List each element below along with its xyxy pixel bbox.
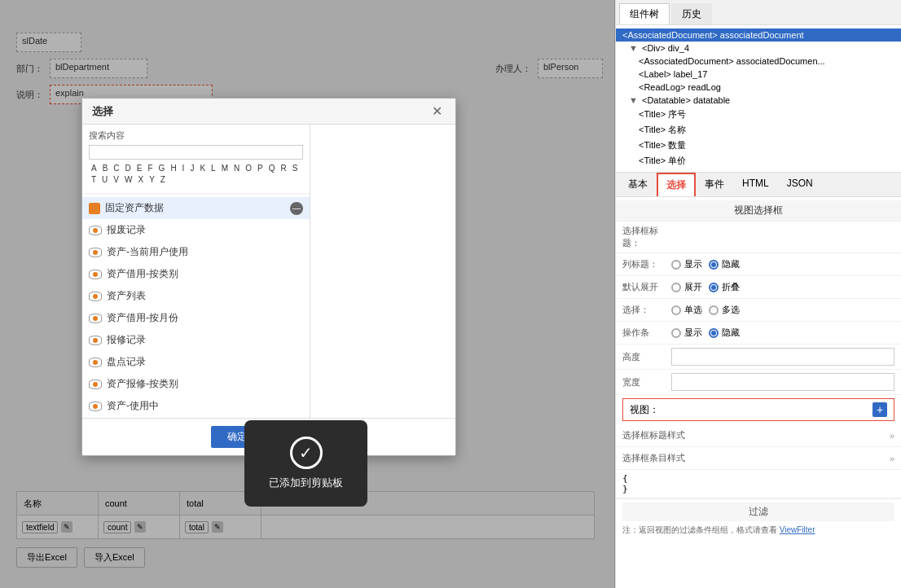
prop-tab-json[interactable]: JSON — [778, 173, 822, 196]
filter-link[interactable]: ViewFilter — [780, 525, 815, 534]
tree-item-datatable[interactable]: ▼ <Datatable> datatable — [616, 94, 901, 107]
modal-list: 固定资产数据 — 报废记录 资产-当前用户使用 资产借用-按类别 资 — [82, 194, 310, 418]
list-item-current[interactable]: 资产-当前用户使用 — [82, 241, 310, 263]
alpha-J[interactable]: J — [187, 163, 196, 173]
properties-area: 视图选择框 选择框标题： 列标题： 显示 隐藏 默认展开 — [616, 197, 901, 588]
tree-item-title4[interactable]: <Title> 单价 — [616, 153, 901, 169]
alpha-K[interactable]: K — [197, 163, 208, 173]
alpha-I[interactable]: I — [180, 163, 187, 173]
expand-arrow-style: » — [890, 431, 894, 441]
tab-component-tree[interactable]: 组件树 — [619, 3, 670, 24]
eye-icon-repair — [89, 336, 102, 345]
toast-text: 已添加到剪贴板 — [269, 476, 343, 490]
list-item-borrow-cat[interactable]: 资产借用-按类别 — [82, 263, 310, 285]
alpha-Z[interactable]: Z — [158, 174, 168, 185]
alpha-U[interactable]: U — [99, 174, 110, 185]
radio-multi[interactable]: 多选 — [709, 304, 740, 316]
radio-single-dot — [671, 305, 681, 315]
list-title-controls: 显示 隐藏 — [671, 258, 894, 270]
radio-show[interactable]: 显示 — [671, 258, 702, 270]
list-item-inventory[interactable]: 盘点记录 — [82, 351, 310, 373]
radio-opbar-show[interactable]: 显示 — [671, 327, 702, 339]
tree-item-label17[interactable]: <Label> label_17 — [616, 68, 901, 81]
modal-right-panel — [310, 125, 455, 418]
list-item-borrow-month[interactable]: 资产借用-按月份 — [82, 307, 310, 329]
prop-row-width: 宽度 — [616, 370, 901, 395]
select-title-style-label: 选择框标题样式 — [622, 429, 685, 441]
list-item-list[interactable]: 资产列表 — [82, 285, 310, 307]
list-item-borrow-rec[interactable]: 借用记录 — [82, 417, 310, 418]
opbar-controls: 显示 隐藏 — [671, 327, 894, 339]
alpha-W[interactable]: W — [122, 174, 134, 185]
alpha-R[interactable]: R — [278, 163, 288, 173]
radio-show-dot — [671, 260, 681, 270]
alpha-P[interactable]: P — [255, 163, 266, 173]
radio-hide[interactable]: 隐藏 — [709, 258, 740, 270]
prop-tab-event[interactable]: 事件 — [696, 173, 733, 196]
prop-tab-basic[interactable]: 基本 — [619, 173, 657, 196]
modal-close-button[interactable]: ✕ — [429, 103, 446, 119]
select-item-style-label: 选择框条目样式 — [622, 452, 685, 464]
prop-tab-select[interactable]: 选择 — [657, 173, 696, 196]
alpha-Y[interactable]: Y — [147, 174, 157, 185]
radio-multi-dot — [709, 305, 719, 315]
alpha-D[interactable]: D — [123, 163, 134, 173]
alpha-V[interactable]: V — [111, 174, 121, 185]
alpha-F[interactable]: F — [145, 163, 155, 173]
radio-single[interactable]: 单选 — [671, 304, 702, 316]
tree-item-div4[interactable]: ▼ <Div> div_4 — [616, 42, 901, 55]
tab-history[interactable]: 历史 — [671, 3, 712, 24]
radio-opbar-show-label: 显示 — [684, 327, 702, 339]
tree-item-title3[interactable]: <Title> 数量 — [616, 138, 901, 153]
alpha-H[interactable]: H — [168, 163, 178, 173]
radio-single-label: 单选 — [684, 304, 702, 316]
list-item-repair-cat[interactable]: 资产报修-按类别 — [82, 373, 310, 395]
alpha-S[interactable]: S — [290, 163, 301, 173]
item-label-in-use: 资产-使用中 — [107, 399, 159, 413]
radio-collapse[interactable]: 折叠 — [709, 281, 740, 293]
alpha-E[interactable]: E — [134, 163, 145, 173]
tree-item-title1[interactable]: <Title> 序号 — [616, 107, 901, 122]
alpha-C[interactable]: C — [111, 163, 121, 173]
width-input[interactable] — [671, 373, 894, 391]
tree-item-assoc2[interactable]: <AssociatedDocument> associatedDocumen..… — [616, 55, 901, 68]
list-item-in-use[interactable]: 资产-使用中 — [82, 395, 310, 417]
alphabet-row: A B C D E F G H I J K L M N O P Q — [89, 163, 303, 185]
eye-icon-list — [89, 292, 102, 301]
radio-show-label: 显示 — [684, 258, 702, 270]
filter-note: 注：返回视图的过滤条件组组，格式请查看 ViewFilter — [622, 524, 894, 536]
expand-label: 默认展开 — [622, 281, 671, 293]
eye-icon-borrow-cat — [89, 270, 102, 279]
view-add-button[interactable]: + — [872, 402, 887, 417]
alpha-M[interactable]: M — [219, 163, 231, 173]
tree-item-assoc1[interactable]: <AssociatedDocument> associatedDocument — [616, 29, 901, 42]
alpha-O[interactable]: O — [243, 163, 254, 173]
alpha-G[interactable]: G — [156, 163, 168, 173]
tree-item-readlog[interactable]: <ReadLog> readLog — [616, 81, 901, 94]
item-label-list: 资产列表 — [107, 289, 146, 303]
item-label-borrow-cat: 资产借用-按类别 — [107, 267, 178, 281]
modal-title: 选择 — [92, 104, 113, 119]
height-input[interactable] — [671, 348, 894, 366]
alpha-A[interactable]: A — [89, 163, 99, 173]
toast-check-icon: ✓ — [290, 437, 323, 469]
alpha-L[interactable]: L — [209, 163, 218, 173]
radio-expand[interactable]: 展开 — [671, 281, 702, 293]
tree-item-title2[interactable]: <Title> 名称 — [616, 122, 901, 138]
table-icon-fixed — [89, 203, 100, 214]
section-title: 视图选择框 — [616, 200, 901, 222]
alpha-T[interactable]: T — [89, 174, 99, 185]
prop-tab-html[interactable]: HTML — [733, 173, 778, 196]
alpha-N[interactable]: N — [231, 163, 242, 173]
search-input[interactable] — [89, 145, 303, 160]
modal-dialog: 选择 ✕ 搜索内容 A B C D E F G H I J K — [81, 98, 456, 456]
alpha-Q[interactable]: Q — [266, 163, 278, 173]
radio-opbar-hide[interactable]: 隐藏 — [709, 327, 740, 339]
list-item-repair[interactable]: 报修记录 — [82, 329, 310, 351]
alpha-B[interactable]: B — [100, 163, 111, 173]
item-label-inventory: 盘点记录 — [107, 355, 146, 369]
item-label-current: 资产-当前用户使用 — [107, 245, 188, 259]
alpha-X[interactable]: X — [135, 174, 146, 185]
list-item-waste[interactable]: 报废记录 — [82, 219, 310, 241]
list-item-fixed[interactable]: 固定资产数据 — — [82, 197, 310, 219]
